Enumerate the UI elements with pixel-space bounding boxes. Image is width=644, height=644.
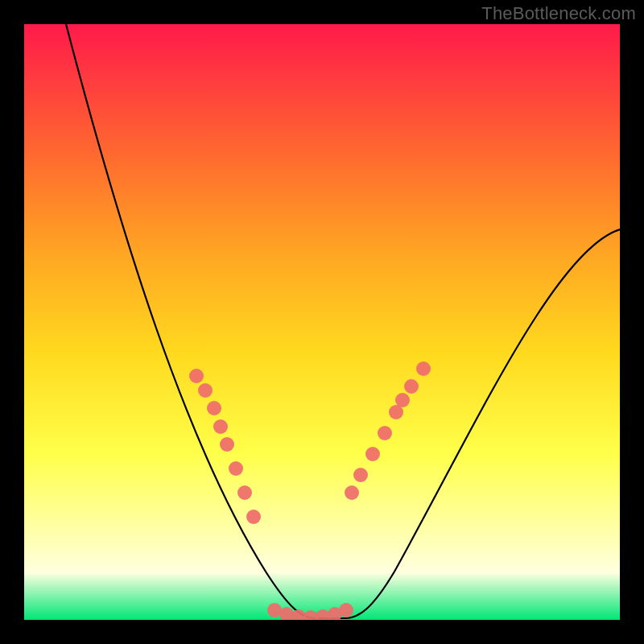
svg-point-13	[395, 393, 410, 407]
svg-point-0	[189, 369, 204, 383]
markers-bottom	[267, 603, 353, 620]
svg-point-8	[345, 485, 359, 500]
markers-right	[345, 361, 431, 500]
svg-point-15	[416, 361, 431, 376]
bottleneck-curve	[66, 24, 620, 618]
bottleneck-curve-svg	[24, 24, 620, 620]
svg-point-9	[353, 468, 368, 482]
svg-point-7	[246, 510, 261, 524]
svg-point-1	[198, 383, 213, 398]
markers-left	[189, 369, 261, 524]
svg-point-4	[220, 437, 234, 452]
svg-point-22	[339, 603, 353, 617]
svg-point-6	[237, 485, 252, 500]
svg-point-5	[229, 461, 243, 476]
svg-point-3	[213, 419, 228, 434]
svg-point-2	[207, 401, 221, 415]
svg-point-11	[378, 426, 392, 440]
svg-point-10	[365, 447, 380, 461]
chart-frame: TheBottleneck.com	[0, 0, 644, 644]
svg-point-14	[404, 379, 419, 394]
watermark-text: TheBottleneck.com	[481, 3, 636, 24]
plot-area	[24, 24, 620, 620]
